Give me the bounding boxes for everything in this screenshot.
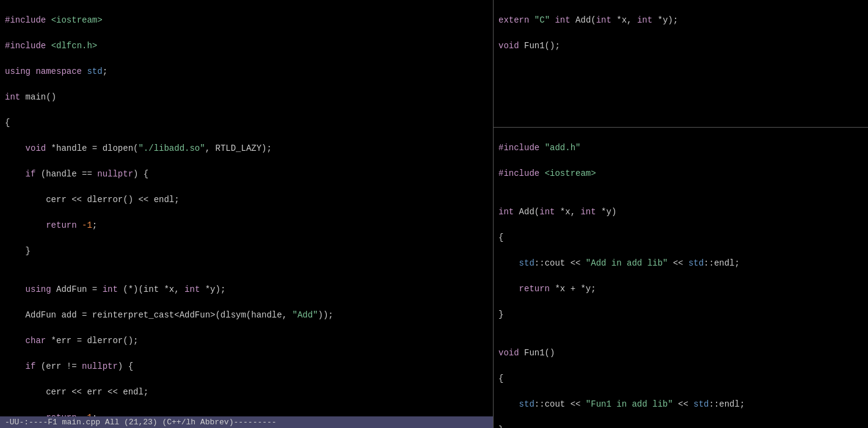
right-bottom-pane: #include "add.h" #include <iostream> int… <box>494 128 868 428</box>
left-modeline: -UU-:----F1 main.cpp All (21,23) (C++/lh… <box>0 416 493 428</box>
left-code-area[interactable]: #include <iostream> #include <dlfcn.h> u… <box>0 0 493 416</box>
right-pane: extern "C" int Add(int *x, int *y); void… <box>494 0 868 428</box>
left-pane: #include <iostream> #include <dlfcn.h> u… <box>0 0 494 428</box>
left-modeline-text: -UU-:----F1 main.cpp All (21,23) (C++/lh… <box>5 418 277 427</box>
right-top-code-area[interactable]: extern "C" int Add(int *x, int *y); void… <box>494 0 868 128</box>
editor-area: #include <iostream> #include <dlfcn.h> u… <box>0 0 868 428</box>
right-bottom-code-area[interactable]: #include "add.h" #include <iostream> int… <box>494 128 868 428</box>
right-top-pane: extern "C" int Add(int *x, int *y); void… <box>494 0 868 128</box>
